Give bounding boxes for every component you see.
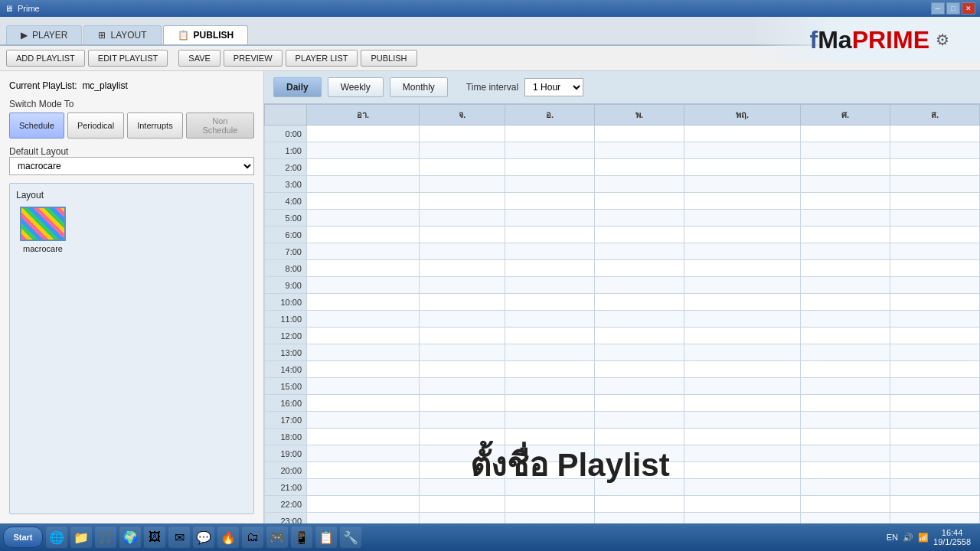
schedule-cell[interactable] — [420, 513, 505, 524]
schedule-cell[interactable] — [594, 176, 684, 193]
schedule-cell[interactable] — [505, 176, 595, 193]
schedule-cell[interactable] — [594, 445, 684, 462]
schedule-cell[interactable] — [890, 462, 980, 479]
schedule-cell[interactable] — [307, 445, 420, 462]
taskbar-icon-msg[interactable]: 📱 — [291, 527, 312, 548]
schedule-cell[interactable] — [594, 513, 684, 524]
time-interval-select[interactable]: 1 Hour 30 Min 2 Hours — [524, 78, 583, 96]
taskbar-icon-ie[interactable]: 🌐 — [46, 527, 67, 548]
schedule-cell[interactable] — [890, 395, 980, 412]
schedule-cell[interactable] — [890, 193, 980, 210]
schedule-cell[interactable] — [420, 378, 505, 395]
schedule-cell[interactable] — [420, 429, 505, 445]
schedule-cell[interactable] — [801, 176, 890, 193]
schedule-cell[interactable] — [890, 210, 980, 227]
schedule-cell[interactable] — [307, 429, 420, 445]
schedule-cell[interactable] — [594, 126, 684, 142]
taskbar-icon-browser[interactable]: 🌍 — [119, 527, 141, 548]
edit-playlist-button[interactable]: EDIT PLAYLIST — [88, 50, 168, 67]
schedule-cell[interactable] — [801, 260, 890, 277]
schedule-cell[interactable] — [801, 412, 890, 429]
schedule-cell[interactable] — [594, 142, 684, 159]
schedule-cell[interactable] — [505, 159, 595, 176]
minimize-button[interactable]: ─ — [931, 2, 945, 15]
save-button[interactable]: SAVE — [178, 50, 220, 67]
schedule-cell[interactable] — [684, 513, 800, 524]
schedule-cell[interactable] — [801, 277, 890, 294]
schedule-cell[interactable] — [420, 294, 505, 311]
schedule-cell[interactable] — [594, 260, 684, 277]
schedule-cell[interactable] — [505, 277, 595, 294]
settings-icon[interactable]: ⚙ — [936, 31, 949, 49]
layout-item[interactable]: macrocare — [16, 207, 70, 253]
schedule-cell[interactable] — [594, 479, 684, 496]
schedule-cell[interactable] — [684, 412, 800, 429]
start-button[interactable]: Start — [3, 527, 43, 548]
schedule-cell[interactable] — [307, 479, 420, 496]
schedule-cell[interactable] — [420, 412, 505, 429]
schedule-cell[interactable] — [684, 479, 800, 496]
schedule-cell[interactable] — [801, 513, 890, 524]
schedule-cell[interactable] — [505, 479, 595, 496]
schedule-cell[interactable] — [801, 479, 890, 496]
schedule-cell[interactable] — [420, 496, 505, 513]
schedule-cell[interactable] — [801, 429, 890, 445]
schedule-cell[interactable] — [420, 479, 505, 496]
taskbar-icon-image[interactable]: 🖼 — [144, 527, 165, 548]
monthly-view-button[interactable]: Monthly — [390, 77, 448, 97]
periodical-mode-button[interactable]: Periodical — [67, 112, 124, 139]
schedule-cell[interactable] — [684, 395, 800, 412]
schedule-cell[interactable] — [307, 294, 420, 311]
taskbar-icon-chat[interactable]: 💬 — [193, 527, 214, 548]
schedule-cell[interactable] — [801, 462, 890, 479]
schedule-cell[interactable] — [307, 277, 420, 294]
preview-button[interactable]: PREVIEW — [224, 50, 283, 67]
schedule-cell[interactable] — [890, 277, 980, 294]
schedule-cell[interactable] — [801, 227, 890, 243]
schedule-cell[interactable] — [307, 227, 420, 243]
schedule-cell[interactable] — [505, 126, 595, 142]
taskbar-icon-ftp[interactable]: 🗂 — [242, 527, 263, 548]
schedule-cell[interactable] — [801, 344, 890, 361]
maximize-button[interactable]: □ — [946, 2, 960, 15]
schedule-cell[interactable] — [307, 378, 420, 395]
schedule-cell[interactable] — [505, 361, 595, 378]
schedule-cell[interactable] — [890, 159, 980, 176]
interrupts-mode-button[interactable]: Interrupts — [127, 112, 182, 139]
schedule-cell[interactable] — [505, 378, 595, 395]
schedule-cell[interactable] — [890, 429, 980, 445]
schedule-cell[interactable] — [505, 142, 595, 159]
schedule-cell[interactable] — [594, 311, 684, 328]
schedule-cell[interactable] — [890, 328, 980, 344]
schedule-cell[interactable] — [420, 462, 505, 479]
schedule-cell[interactable] — [801, 361, 890, 378]
default-layout-select[interactable]: macrocare — [9, 157, 254, 175]
schedule-cell[interactable] — [890, 227, 980, 243]
schedule-cell[interactable] — [801, 378, 890, 395]
schedule-cell[interactable] — [307, 344, 420, 361]
schedule-cell[interactable] — [594, 361, 684, 378]
schedule-cell[interactable] — [684, 159, 800, 176]
schedule-cell[interactable] — [505, 445, 595, 462]
tab-layout[interactable]: ⊞ LAYOUT — [83, 25, 161, 44]
schedule-cell[interactable] — [505, 412, 595, 429]
taskbar-icon-email[interactable]: ✉ — [168, 527, 190, 548]
schedule-cell[interactable] — [420, 395, 505, 412]
schedule-cell[interactable] — [420, 361, 505, 378]
non-schedule-mode-button[interactable]: Non Schedule — [186, 112, 254, 139]
schedule-cell[interactable] — [801, 142, 890, 159]
schedule-cell[interactable] — [890, 361, 980, 378]
schedule-cell[interactable] — [307, 311, 420, 328]
schedule-cell[interactable] — [420, 243, 505, 260]
schedule-cell[interactable] — [307, 513, 420, 524]
schedule-cell[interactable] — [307, 159, 420, 176]
schedule-cell[interactable] — [420, 445, 505, 462]
schedule-cell[interactable] — [420, 260, 505, 277]
schedule-cell[interactable] — [684, 344, 800, 361]
taskbar-icon-prime[interactable]: 📋 — [315, 527, 337, 548]
schedule-cell[interactable] — [684, 328, 800, 344]
schedule-cell[interactable] — [801, 445, 890, 462]
schedule-cell[interactable] — [307, 142, 420, 159]
schedule-cell[interactable] — [684, 193, 800, 210]
schedule-cell[interactable] — [505, 344, 595, 361]
